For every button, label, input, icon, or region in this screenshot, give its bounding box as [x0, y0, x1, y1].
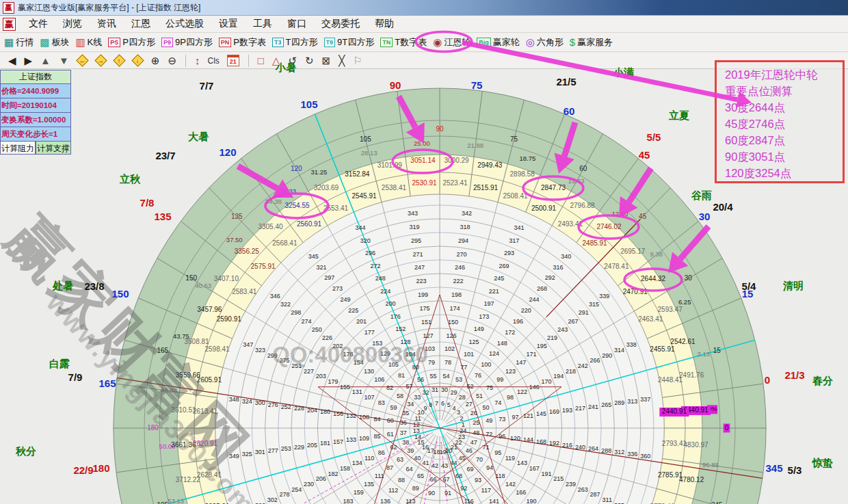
menu-item-7[interactable]: 窗口 — [280, 18, 314, 30]
wheel-number: 2 — [460, 415, 463, 422]
pan-down-icon[interactable]: ↓ — [131, 54, 144, 66]
wheel-number: 104 — [406, 351, 416, 358]
pyramid-down-icon[interactable]: ▼ — [59, 55, 69, 66]
wheel-number: 3101.99 — [377, 161, 403, 169]
wheel-number: 254 — [291, 486, 302, 493]
wheel-number: 192 — [549, 440, 559, 447]
wheel-number: 323 — [255, 347, 265, 354]
wheel-number: 0 — [725, 424, 729, 432]
pan-up-icon[interactable]: ↑ — [113, 54, 125, 66]
wheel-number: 81 — [398, 372, 405, 379]
wheel-number: 87 — [386, 464, 393, 471]
wheel-number: 33.33 — [280, 187, 296, 195]
wheel-number: 325 — [242, 451, 252, 457]
rect-tool-icon[interactable]: □ — [258, 55, 264, 66]
toolbar-item-江恩轮[interactable]: ◉江恩轮 — [433, 36, 471, 49]
wheel-number: 56 — [417, 376, 424, 383]
wheel-number: 92 — [460, 485, 467, 492]
wheel-number: 27 — [466, 401, 473, 408]
toolbar-item-T四方形[interactable]: T3T四方形 — [272, 36, 317, 49]
toolbar-item-板块[interactable]: ▩板块 — [40, 36, 69, 49]
menu-item-4[interactable]: 公式选股 — [158, 18, 211, 30]
toolbar-item-赢家轮[interactable]: Big赢家轮 — [477, 36, 520, 49]
wheel-outer-label-谷雨: 谷雨 — [691, 189, 712, 202]
select-box-icon[interactable]: ⊠ — [322, 55, 331, 67]
service-icon: $ — [570, 36, 575, 48]
t9-badge-icon: T9 — [324, 38, 336, 47]
wheel-outer-label-180: 180 — [92, 462, 109, 474]
wheel-number: 35 — [402, 410, 409, 416]
wheel-number: 2515.91 — [473, 184, 499, 191]
wheel-number: 298 — [291, 309, 301, 316]
toolbar-item-9P四方形[interactable]: P99P四方形 — [161, 36, 213, 49]
pyramid-up-icon[interactable]: ▲ — [40, 55, 51, 66]
wheel-number: 44 — [451, 460, 458, 466]
toolbar-item-K线[interactable]: ▥K线 — [75, 36, 102, 49]
wheel-number: 335 — [614, 502, 624, 504]
wheel-number: 342 — [462, 210, 472, 217]
wheel-number: 109 — [359, 435, 369, 442]
wheel-number: 71 — [482, 444, 489, 451]
wheel-number: 58 — [397, 393, 403, 399]
wheel-number: 3.13 — [698, 350, 711, 358]
wheel-number: 50 — [482, 404, 489, 411]
toolbar-item-六角形[interactable]: ◎六角形 — [526, 36, 564, 49]
menu-item-5[interactable]: 设置 — [211, 18, 246, 30]
wheel-number: 216 — [562, 442, 572, 449]
pan-left-icon[interactable]: ← — [76, 54, 88, 66]
forward-icon[interactable]: ▶ — [25, 55, 33, 67]
toolbar-item-P数字表[interactable]: PNP数字表 — [219, 36, 266, 49]
pan-right-icon[interactable]: → — [94, 54, 107, 66]
cross-tool-icon[interactable]: ╳ — [339, 55, 345, 67]
wheel-number: 318 — [460, 224, 471, 230]
wheel-number: 26 — [471, 410, 477, 416]
wheel-number: 64 — [406, 466, 413, 473]
wheel-number: 300 — [255, 399, 265, 406]
menu-item-8[interactable]: 交易委托 — [314, 18, 367, 30]
wheel-number: 18.75 — [519, 155, 535, 162]
wheel-number: 70 — [476, 456, 483, 463]
menu-item-3[interactable]: 江恩 — [124, 18, 158, 30]
back-icon[interactable]: ◀ — [8, 55, 16, 67]
wheel-number: 150 — [185, 274, 197, 282]
menu-item-0[interactable]: 文件 — [21, 18, 55, 30]
toolbar-item-赢家服务[interactable]: $赢家服务 — [570, 36, 613, 49]
toolbar-item-行情[interactable]: ▦行情 — [4, 36, 34, 49]
menu-item-6[interactable]: 工具 — [246, 18, 280, 30]
calendar-icon[interactable]: 21 — [227, 55, 239, 66]
wheel-number: 74 — [494, 399, 501, 406]
calc-resistance-button[interactable]: 计算阻力 — [0, 141, 36, 155]
toolbar-item-P四方形[interactable]: PSP四方形 — [108, 36, 155, 49]
wheel-outer-label-75: 75 — [471, 79, 483, 91]
flag-tool-icon[interactable]: ⚐ — [353, 55, 362, 67]
quotes-grid-icon: ▦ — [4, 36, 14, 49]
menu-item-1[interactable]: 浏览 — [55, 18, 90, 30]
title-bar: 赢 赢家江恩专业版[赢家服务平台] - [上证指数 江恩轮] — [0, 0, 848, 16]
wheel-number: 344 — [355, 224, 365, 231]
zoom-in-icon[interactable]: ⊕ — [151, 55, 160, 67]
wheel-number: 60 — [387, 417, 394, 424]
wheel-number: 45 — [639, 213, 647, 220]
wheel-number: 2455.91 — [650, 345, 675, 353]
wheel-outer-label-7/9: 7/9 — [68, 371, 83, 383]
wheel-number: 32 — [422, 389, 429, 396]
wheel-number: 39 — [407, 447, 414, 454]
wheel-number: 239 — [566, 481, 576, 488]
wheel-number: 148 — [497, 340, 507, 347]
cls-button[interactable]: Cls — [207, 56, 219, 66]
wheel-number: 34 — [407, 401, 414, 408]
zoom-out-icon[interactable]: ⊖ — [168, 55, 176, 67]
toolbar-item-T数字表[interactable]: TNT数字表 — [380, 36, 427, 49]
wheel-number: 121 — [523, 412, 533, 419]
menu-item-2[interactable]: 资讯 — [90, 18, 124, 30]
wheel-number: 178 — [343, 351, 353, 358]
updown-icon[interactable]: ↕ — [195, 55, 200, 66]
wheel-number: 41 — [422, 460, 429, 466]
calc-support-button[interactable]: 计算支撑 — [36, 141, 71, 155]
toolbar-item-9T四方形[interactable]: T99T四方形 — [324, 36, 375, 49]
rotate-cw-icon[interactable]: ↻ — [305, 55, 314, 67]
wheel-number: 153 — [372, 340, 382, 347]
menu-item-9[interactable]: 帮助 — [367, 18, 401, 30]
wheel-number: 2583.41 — [232, 288, 257, 295]
wheel-number: 176 — [390, 313, 401, 320]
